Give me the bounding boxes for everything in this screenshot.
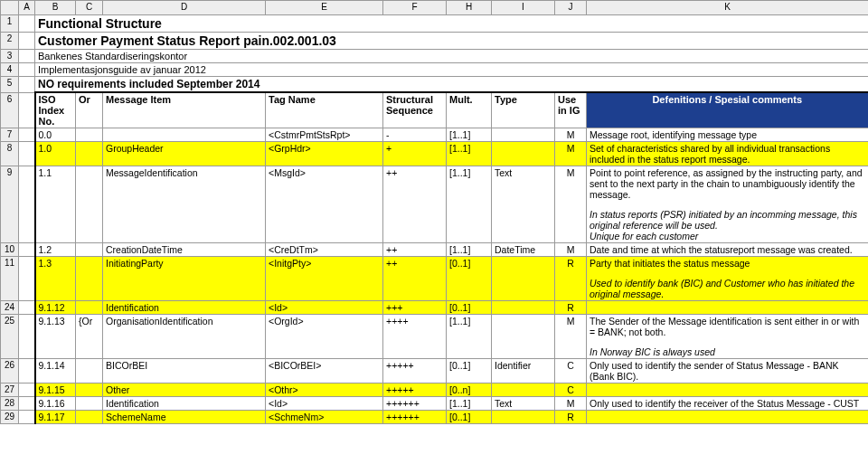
table-row: 8 1.0 GroupHeader <GrpHdr> + [1..1] M Se… [1, 142, 869, 166]
cell-type: Text [492, 166, 555, 243]
cell-tag: <SchmeNm> [266, 411, 383, 424]
table-row: 28 9.1.16 Identification <Id> ++++++ [1.… [1, 397, 869, 411]
col-header: D [103, 1, 266, 15]
cell-or [76, 243, 103, 257]
cell-use: C [555, 384, 587, 397]
cell-tag: <GrpHdr> [266, 142, 383, 166]
cell-mult: [0..1] [447, 359, 492, 384]
col-header: H [447, 1, 492, 15]
cell-mult: [0..n] [447, 384, 492, 397]
cell-def: Only used to identify the receiver of th… [587, 397, 869, 411]
cell-tag: <OrgId> [266, 315, 383, 359]
spreadsheet: ABCDEFHIJK 1Functional Structure2Custome… [0, 0, 868, 424]
cell-mult: [1..1] [447, 166, 492, 243]
cell-seq: ++ [383, 166, 447, 243]
cell-seq: + [383, 142, 447, 166]
table-row: 27 9.1.15 Other <Othr> +++++ [0..n] C [1, 384, 869, 397]
cell-type: Identifier [492, 359, 555, 384]
cell-def: Only used to identify the sender of Stat… [587, 359, 869, 384]
cell-seq: ++ [383, 243, 447, 257]
cell-use: R [555, 257, 587, 301]
cell-iso: 9.1.12 [35, 301, 76, 315]
preamble: Implementasjonsguide av januar 2012 [35, 63, 869, 77]
col-header: I [492, 1, 555, 15]
cell-item: CreationDateTime [103, 243, 266, 257]
table-row: 26 9.1.14 BICOrBEI <BICOrBEI> +++++ [0..… [1, 359, 869, 384]
cell-item: BICOrBEI [103, 359, 266, 384]
cell-mult: [0..1] [447, 301, 492, 315]
cell-seq: ++++++ [383, 397, 447, 411]
cell-def: Message root, identifying message type [587, 128, 869, 142]
cell-use: M [555, 397, 587, 411]
table-row: 7 0.0 <CstmrPmtStsRpt> - [1..1] M Messag… [1, 128, 869, 142]
cell-item: Identification [103, 301, 266, 315]
cell-item: SchemeName [103, 411, 266, 424]
cell-type [492, 301, 555, 315]
cell-or [76, 397, 103, 411]
col-header: A [19, 1, 35, 15]
cell-use: R [555, 301, 587, 315]
cell-mult: [1..1] [447, 142, 492, 166]
cell-or [76, 359, 103, 384]
cell-def: Set of characteristics shared by all ind… [587, 142, 869, 166]
cell-tag: <MsgId> [266, 166, 383, 243]
table-row: 25 9.1.13 {Or OrganisationIdentification… [1, 315, 869, 359]
cell-iso: 9.1.14 [35, 359, 76, 384]
cell-iso: 9.1.17 [35, 411, 76, 424]
cell-or [76, 301, 103, 315]
cell-type: DateTime [492, 243, 555, 257]
table-row: 11 1.3 InitiatingParty <InitgPty> ++ [0.… [1, 257, 869, 301]
cell-tag: <InitgPty> [266, 257, 383, 301]
cell-use: M [555, 128, 587, 142]
cell-or [76, 166, 103, 243]
cell-iso: 9.1.13 [35, 315, 76, 359]
col-header: K [587, 1, 869, 15]
cell-type [492, 411, 555, 424]
cell-type [492, 142, 555, 166]
cell-def [587, 384, 869, 397]
cell-iso: 1.0 [35, 142, 76, 166]
col-header: B [35, 1, 76, 15]
cell-iso: 1.2 [35, 243, 76, 257]
cell-use: R [555, 411, 587, 424]
preamble: NO requirements included September 2014 [35, 77, 869, 93]
col-header [1, 1, 19, 15]
cell-type: Text [492, 397, 555, 411]
cell-type [492, 384, 555, 397]
col-header: E [266, 1, 383, 15]
cell-item [103, 128, 266, 142]
cell-mult: [1..1] [447, 243, 492, 257]
cell-or [76, 411, 103, 424]
cell-def [587, 411, 869, 424]
cell-tag: <Id> [266, 301, 383, 315]
column-header-row: ABCDEFHIJK [1, 1, 869, 15]
cell-or [76, 384, 103, 397]
table-row: 9 1.1 MessageIdentification <MsgId> ++ [… [1, 166, 869, 243]
cell-or [76, 128, 103, 142]
col-header: F [383, 1, 447, 15]
cell-iso: 9.1.15 [35, 384, 76, 397]
cell-use: C [555, 359, 587, 384]
cell-item: Other [103, 384, 266, 397]
table-row: 10 1.2 CreationDateTime <CreDtTm> ++ [1.… [1, 243, 869, 257]
col-header: J [555, 1, 587, 15]
cell-iso: 1.1 [35, 166, 76, 243]
cell-type [492, 315, 555, 359]
cell-def: Party that initiates the status messageU… [587, 257, 869, 301]
preamble: Bankenes Standardiseringskontor [35, 50, 869, 63]
table-row: 29 9.1.17 SchemeName <SchmeNm> ++++++ [0… [1, 411, 869, 424]
cell-def: Date and time at which the statusreport … [587, 243, 869, 257]
cell-def: The Sender of the Message identification… [587, 315, 869, 359]
cell-iso: 9.1.16 [35, 397, 76, 411]
table-row: 24 9.1.12 Identification <Id> +++ [0..1]… [1, 301, 869, 315]
cell-seq: - [383, 128, 447, 142]
cell-or: {Or [76, 315, 103, 359]
cell-mult: [0..1] [447, 411, 492, 424]
cell-tag: <CstmrPmtStsRpt> [266, 128, 383, 142]
cell-or [76, 257, 103, 301]
cell-iso: 0.0 [35, 128, 76, 142]
cell-seq: +++ [383, 301, 447, 315]
cell-seq: ++ [383, 257, 447, 301]
cell-seq: ++++ [383, 315, 447, 359]
preamble: Customer Payment Status Report pain.002.… [35, 33, 869, 50]
